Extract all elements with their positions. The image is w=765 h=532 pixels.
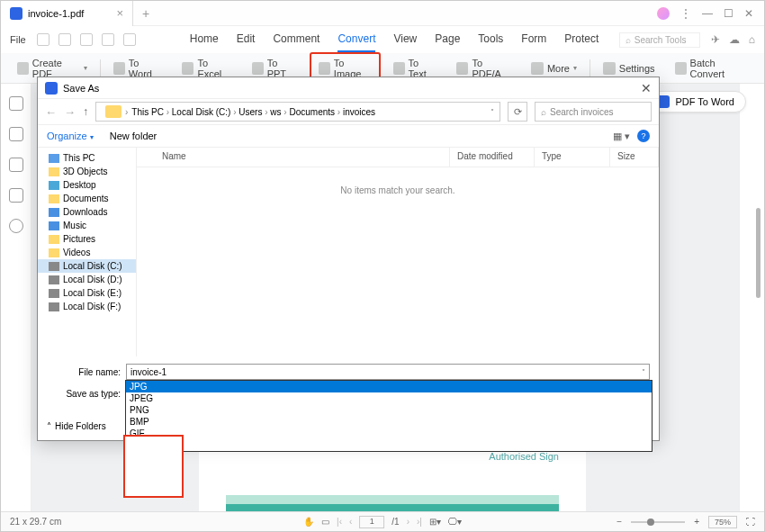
tree-item[interactable]: Pictures xyxy=(38,232,136,246)
maximize-icon[interactable]: ☐ xyxy=(724,7,734,20)
tree-item[interactable]: Documents xyxy=(38,192,136,205)
prev-page-icon[interactable]: ‹ xyxy=(349,517,352,527)
home-icon[interactable]: ⌂ xyxy=(749,33,755,46)
ribbon-tab-convert[interactable]: Convert xyxy=(338,27,375,52)
ribbon-tab-protect[interactable]: Protect xyxy=(564,27,598,52)
save-type-dropdown[interactable]: JPGJPEGPNGBMPGIFTIFF xyxy=(125,380,652,452)
tree-item[interactable]: Videos xyxy=(38,246,136,259)
ribbon-tab-home[interactable]: Home xyxy=(190,27,219,52)
close-tab-icon[interactable]: × xyxy=(116,6,123,20)
folder-tree[interactable]: This PC3D ObjectsDesktopDocumentsDownloa… xyxy=(38,148,137,356)
ribbon-tab-form[interactable]: Form xyxy=(521,27,546,52)
account-avatar-icon[interactable] xyxy=(657,7,670,20)
close-dialog-icon[interactable]: ✕ xyxy=(641,81,652,95)
column-type[interactable]: Type xyxy=(535,148,610,167)
file-name-input[interactable]: invoice-1 ˅ xyxy=(126,364,650,380)
select-tool-icon[interactable]: ▭ xyxy=(321,517,329,527)
breadcrumb-item[interactable]: invoices xyxy=(343,107,375,117)
hand-tool-icon[interactable]: ✋ xyxy=(303,517,314,527)
ribbon-tab-page[interactable]: Page xyxy=(435,27,460,52)
last-page-icon[interactable]: ›| xyxy=(417,517,422,527)
document-tab[interactable]: invoice-1.pdf × xyxy=(1,1,133,26)
tree-item[interactable]: Music xyxy=(38,219,136,232)
help-icon[interactable]: ? xyxy=(637,130,650,142)
ico-desktop-icon xyxy=(49,181,59,190)
minimize-icon[interactable]: — xyxy=(702,7,713,20)
cloud-icon[interactable]: ☁ xyxy=(729,33,740,46)
breadcrumb-item[interactable]: Local Disk (C:) xyxy=(172,107,231,117)
thumbnails-icon[interactable] xyxy=(9,96,23,111)
first-page-icon[interactable]: |‹ xyxy=(337,517,342,527)
forward-icon[interactable]: → xyxy=(64,105,76,119)
dropdown-option[interactable]: JPEG xyxy=(126,392,652,404)
dropdown-option[interactable]: BMP xyxy=(126,416,652,428)
settings-button[interactable]: Settings xyxy=(596,59,662,78)
tree-item[interactable]: Local Disk (D:) xyxy=(38,273,136,286)
file-menu[interactable]: File xyxy=(10,34,26,45)
page-number-input[interactable]: 1 xyxy=(359,516,384,528)
zoom-level[interactable]: 75% xyxy=(708,516,737,528)
dropdown-option[interactable]: GIF xyxy=(126,428,652,439)
tree-item[interactable]: Desktop xyxy=(38,178,136,192)
view-options-icon[interactable]: ▦ ▾ xyxy=(613,131,630,142)
comment-icon[interactable] xyxy=(9,158,23,172)
search-tools-input[interactable]: ⌕ Search Tools xyxy=(619,32,700,48)
display-icon[interactable]: 🖵▾ xyxy=(448,517,462,527)
hide-folders-button[interactable]: ˄ Hide Folders xyxy=(47,421,106,431)
fit-icon[interactable]: ⊞▾ xyxy=(429,517,441,527)
ribbon-tab-comment[interactable]: Comment xyxy=(273,27,320,52)
tree-item[interactable]: Downloads xyxy=(38,205,136,219)
back-icon[interactable]: ← xyxy=(45,105,57,119)
tree-item[interactable]: This PC xyxy=(38,151,136,165)
zoom-thumb[interactable] xyxy=(647,518,654,526)
open-icon[interactable] xyxy=(37,33,50,46)
refresh-button[interactable]: ⟳ xyxy=(508,102,527,122)
status-bar: 21 x 29.7 cm ✋ ▭ |‹ ‹ 1 /1 › ›| ⊞▾ 🖵▾ − … xyxy=(1,511,764,531)
tree-item[interactable]: Local Disk (C:) xyxy=(38,259,136,273)
dropdown-option[interactable]: PNG xyxy=(126,404,652,416)
chevron-down-icon[interactable]: ˅ xyxy=(642,368,645,376)
tree-item[interactable]: 3D Objects xyxy=(38,165,136,178)
fullscreen-icon[interactable]: ⛶ xyxy=(746,517,755,527)
ribbon-tab-edit[interactable]: Edit xyxy=(237,27,256,52)
menu-dots-icon[interactable]: ⋮ xyxy=(680,7,691,20)
breadcrumb-item[interactable]: This PC xyxy=(131,107,164,117)
column-name[interactable]: Name xyxy=(137,148,450,167)
zoom-out-icon[interactable]: − xyxy=(616,517,622,527)
organize-button[interactable]: Organize ▾ xyxy=(47,131,94,141)
dropdown-option[interactable]: JPG xyxy=(126,381,652,392)
search-panel-icon[interactable] xyxy=(9,219,23,233)
pdf-to-word-button[interactable]: PDF To Word xyxy=(645,91,746,113)
breadcrumb-item[interactable]: Users xyxy=(238,107,262,117)
breadcrumb-item[interactable]: ws xyxy=(270,107,281,117)
dialog-search-input[interactable]: ⌕ Search invoices xyxy=(535,102,652,122)
print-icon[interactable] xyxy=(102,33,114,46)
send-icon[interactable]: ✈ xyxy=(711,33,720,46)
breadcrumb[interactable]: › This PC › Local Disk (C:) › Users › ws… xyxy=(95,102,500,122)
dropdown-option[interactable]: TIFF xyxy=(126,439,652,451)
chevron-down-icon[interactable]: ˅ xyxy=(490,108,494,116)
zoom-in-icon[interactable]: + xyxy=(694,517,699,527)
undo-icon[interactable] xyxy=(58,33,71,46)
dropdown-icon[interactable] xyxy=(123,33,136,46)
next-page-icon[interactable]: › xyxy=(407,517,410,527)
bookmark-icon[interactable] xyxy=(9,127,23,141)
ribbon-tab-view[interactable]: View xyxy=(393,27,417,52)
breadcrumb-item[interactable]: Documents xyxy=(289,107,335,117)
batch-convert-button[interactable]: Batch Convert xyxy=(668,54,755,83)
redo-icon[interactable] xyxy=(80,33,93,46)
column-date[interactable]: Date modified xyxy=(450,148,535,167)
attachment-icon[interactable] xyxy=(9,188,23,203)
new-folder-button[interactable]: New folder xyxy=(110,131,158,141)
column-size[interactable]: Size xyxy=(610,148,659,167)
tree-item[interactable]: Local Disk (E:) xyxy=(38,286,136,300)
add-tab-icon[interactable]: + xyxy=(142,6,149,21)
close-window-icon[interactable]: ✕ xyxy=(744,7,753,20)
vertical-scrollbar[interactable] xyxy=(756,208,760,298)
more-button[interactable]: More▾ xyxy=(524,59,584,78)
ribbon-tab-tools[interactable]: Tools xyxy=(478,27,503,52)
zoom-slider[interactable] xyxy=(631,521,685,523)
file-list[interactable]: Name Date modified Type Size No items ma… xyxy=(137,148,659,356)
up-icon[interactable]: ↑ xyxy=(83,105,88,118)
tree-item[interactable]: Local Disk (F:) xyxy=(38,300,136,313)
